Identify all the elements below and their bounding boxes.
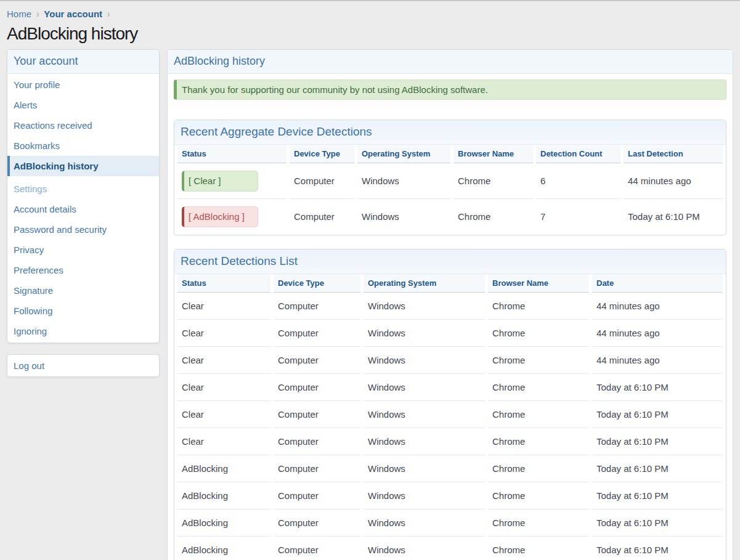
column-header-browser-name: Browser Name (488, 274, 589, 293)
cell-device-type: Computer (290, 199, 354, 235)
cell-device-type: Computer (274, 482, 360, 509)
cell-os: Windows (364, 347, 485, 374)
cell-device-type: Computer (274, 455, 360, 482)
recent-detections-rows: ClearComputerWindowsChrome44 minutes ago… (177, 293, 723, 560)
sidebar-item-preferences[interactable]: Preferences (7, 260, 159, 280)
table-header-row: Status Device Type Operating System Brow… (177, 274, 723, 293)
sidebar-item-bookmarks[interactable]: Bookmarks (7, 136, 159, 156)
column-header-last-detection: Last Detection (624, 145, 723, 163)
table-row: ClearComputerWindowsChrome44 minutes ago (177, 320, 723, 347)
cell-browser: Chrome (488, 293, 589, 320)
table-row: [ Clear ] Computer Windows Chrome 6 44 m… (177, 163, 723, 199)
cell-device-type: Computer (290, 163, 354, 199)
account-menu: Your profile Alerts Reactions received B… (7, 74, 159, 343)
cell-date: Today at 6:10 PM (592, 509, 723, 537)
column-header-device-type: Device Type (290, 145, 354, 163)
sidebar-item-adblocking-history[interactable]: AdBlocking history (7, 156, 159, 176)
cell-device-type: Computer (274, 509, 360, 537)
cell-device-type: Computer (274, 293, 360, 320)
column-header-browser-name: Browser Name (453, 145, 533, 163)
table-row: AdBlockingComputerWindowsChromeToday at … (177, 482, 723, 509)
cell-status: AdBlocking (177, 482, 270, 509)
cell-browser: Chrome (488, 374, 589, 401)
adblocking-history-block: AdBlocking history Thank you for support… (167, 49, 733, 560)
cell-date: Today at 6:10 PM (592, 374, 723, 401)
sidebar-item-settings[interactable]: Settings (7, 179, 159, 199)
sidebar-item-your-profile[interactable]: Your profile (7, 75, 159, 95)
cell-last-detection: 44 minutes ago (624, 163, 723, 199)
sidebar: Your account Your profile Alerts Reactio… (7, 49, 160, 377)
cell-date: Today at 6:10 PM (592, 401, 723, 428)
recent-detections-title: Recent Detections List (174, 250, 726, 274)
cell-browser: Chrome (488, 428, 589, 455)
cell-browser: Chrome (488, 455, 589, 482)
sidebar-item-signature[interactable]: Signature (7, 280, 159, 301)
table-row: [ AdBlocking ] Computer Windows Chrome 7… (177, 199, 723, 235)
cell-status: Clear (177, 374, 270, 401)
breadcrumb-your-account[interactable]: Your account (44, 9, 102, 19)
cell-date: 44 minutes ago (592, 320, 723, 347)
aggregate-detections-title: Recent Aggregate Device Detections (174, 120, 726, 145)
cell-os: Windows (364, 509, 485, 537)
breadcrumb-home[interactable]: Home (7, 9, 31, 19)
sidebar-item-reactions-received[interactable]: Reactions received (7, 115, 159, 136)
table-row: ClearComputerWindowsChromeToday at 6:10 … (177, 428, 723, 455)
sidebar-item-following[interactable]: Following (7, 301, 159, 321)
breadcrumb-separator-icon: › (107, 8, 110, 20)
sidebar-item-ignoring[interactable]: Ignoring (7, 321, 159, 341)
sidebar-header: Your account (7, 50, 159, 74)
status-badge-clear: [ Clear ] (182, 171, 258, 192)
cell-os: Windows (364, 537, 485, 560)
page: Home › Your account › AdBlocking history… (0, 9, 740, 560)
column-header-operating-system: Operating System (364, 274, 485, 293)
sidebar-item-account-details[interactable]: Account details (7, 199, 159, 219)
table-row: AdBlockingComputerWindowsChromeToday at … (177, 537, 723, 560)
cell-date: Today at 6:10 PM (592, 537, 723, 560)
page-title: AdBlocking history (7, 25, 733, 44)
sidebar-item-alerts[interactable]: Alerts (7, 95, 159, 115)
logout-button[interactable]: Log out (7, 355, 159, 376)
table-row: AdBlockingComputerWindowsChromeToday at … (177, 509, 723, 537)
cell-device-type: Computer (274, 374, 360, 401)
cell-last-detection: Today at 6:10 PM (624, 199, 723, 235)
cell-device-type: Computer (274, 401, 360, 428)
cell-status: AdBlocking (177, 455, 270, 482)
sidebar-item-privacy[interactable]: Privacy (7, 240, 159, 260)
column-header-detection-count: Detection Count (536, 145, 620, 163)
logout-block: Log out (7, 354, 160, 377)
cell-device-type: Computer (274, 428, 360, 455)
cell-os: Windows (364, 482, 485, 509)
cell-date: Today at 6:10 PM (592, 455, 723, 482)
aggregate-detections-block: Recent Aggregate Device Detections Statu… (174, 120, 726, 235)
breadcrumb: Home › Your account › (7, 9, 733, 19)
cell-device-type: Computer (274, 537, 360, 560)
table-row: ClearComputerWindowsChrome44 minutes ago (177, 293, 723, 320)
cell-device-type: Computer (274, 320, 360, 347)
sidebar-item-password-and-security[interactable]: Password and security (7, 219, 159, 240)
cell-os: Windows (364, 401, 485, 428)
cell-date: Today at 6:10 PM (592, 482, 723, 509)
column-header-operating-system: Operating System (357, 145, 450, 163)
cell-status: AdBlocking (177, 509, 270, 537)
table-row: AdBlockingComputerWindowsChromeToday at … (177, 455, 723, 482)
column-header-status: Status (177, 145, 287, 163)
cell-os: Windows (364, 320, 485, 347)
cell-browser-name: Chrome (453, 199, 533, 235)
column-header-date: Date (592, 274, 723, 293)
cell-status: Clear (177, 347, 270, 374)
cell-status: Clear (177, 293, 270, 320)
cell-browser: Chrome (488, 401, 589, 428)
top-hairline (0, 0, 740, 1)
cell-os: Windows (364, 455, 485, 482)
column-header-status: Status (177, 274, 270, 293)
cell-os: Windows (364, 374, 485, 401)
cell-date: 44 minutes ago (592, 293, 723, 320)
table-row: ClearComputerWindowsChromeToday at 6:10 … (177, 374, 723, 401)
cell-os: Windows (364, 428, 485, 455)
cell-browser: Chrome (488, 537, 589, 560)
cell-browser: Chrome (488, 320, 589, 347)
cell-browser: Chrome (488, 347, 589, 374)
cell-operating-system: Windows (357, 199, 450, 235)
adblock-thankyou-notice: Thank you for supporting our community b… (174, 79, 726, 100)
cell-status: Clear (177, 320, 270, 347)
